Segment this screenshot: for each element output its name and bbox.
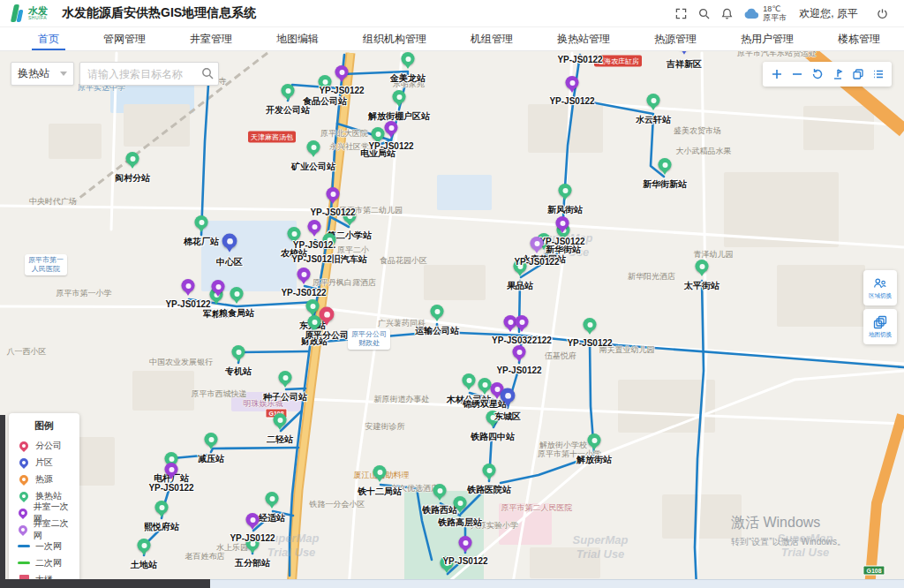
marker-label: 棉花厂站 [184,236,219,248]
map-marker-铁路西站[interactable] [433,484,447,502]
welcome-text: 欢迎您, 原平 [799,6,858,21]
nav-item-热源管理[interactable]: 热源管理 [632,27,719,50]
map-canvas[interactable]: G108G108原平实达中学妙祥寺东明家苑原平市汽车东站货运处盛美农贸市场大小武… [0,51,904,588]
map-marker-种子公司站[interactable] [278,371,292,389]
map-marker-YP-JS0122[interactable] [458,536,472,554]
map-marker-YP-JS0122[interactable] [530,237,544,255]
nav-item-热用户管理[interactable]: 热用户管理 [719,27,816,50]
map-marker-YP-JS0122[interactable] [181,279,195,298]
marker-label: YP-JS0122 [319,86,364,95]
map-marker-专机站[interactable] [231,345,245,364]
marker-label: 果品站 [507,280,533,292]
map-marker-太平街站[interactable] [695,260,709,278]
map-marker-东城区[interactable] [500,388,516,409]
road-shield: G108 [863,566,885,576]
map-marker-YP-JS0122[interactable] [565,76,579,94]
marker-label: 东城区 [494,411,521,423]
basemap-poi-label: 原平北大医院 [320,128,368,139]
map-marker-木材公司站[interactable] [462,373,476,392]
logout-power-icon[interactable] [870,4,893,23]
marker-label: 土地站 [131,559,157,571]
map-marker-YP-JS0122[interactable] [326,187,340,206]
map-marker-铁路医院站[interactable] [482,464,496,482]
marker-label: 五分部站 [235,557,270,569]
map-marker-YP-JS0122[interactable] [384,121,398,139]
map-marker-铁十二局站[interactable] [373,465,387,484]
marker-label: YP-JS0122 [567,338,612,348]
map-marker-熙悦府站[interactable] [154,501,169,519]
map-marker-YP-JS0122[interactable] [512,345,526,364]
basemap-poi-label: 食品花园小区 [380,255,427,267]
nav-item-机组管理[interactable]: 机组管理 [448,27,535,50]
notification-bell-icon[interactable] [715,4,738,23]
nav-item-管网管理[interactable]: 管网管理 [81,27,168,50]
map-marker-YP-JS0322122[interactable] [515,315,529,334]
basemap-poi-label: 原平市第一小学 [56,288,112,299]
basemap-poi-label: 铁路一分会小区 [310,499,365,510]
marker-label: YP-JS0122 [442,556,487,566]
marker-label: 经适站 [259,512,285,524]
search-input[interactable] [79,62,219,86]
marker-label: 粮食局站 [219,307,254,320]
map-switch-button[interactable]: 地图切换 [863,309,897,344]
basemap-poi-card-label: 原平分公司财政处 [348,328,390,350]
nav-item-楼栋管理[interactable]: 楼栋管理 [816,27,902,50]
marker-label: YP-JS0122 [549,96,594,106]
map-marker-减压站[interactable] [204,433,218,451]
map-marker-YP-JS0122[interactable] [555,216,569,235]
basemap-poi-label: 青泽幼儿园 [694,249,734,260]
map-marker-解放街站[interactable] [587,433,601,452]
region-switch-button[interactable]: 区域切换 [863,270,897,305]
category-select[interactable]: 换热站 [11,62,74,86]
map-marker-YP-JS0122[interactable] [297,268,311,286]
basemap-poi-label: 新华阳光酒店 [628,271,675,283]
map-marker-经适站[interactable] [265,492,279,510]
map-marker-矿业公司站[interactable] [306,140,320,159]
map-marker-运输公司站[interactable] [430,305,444,323]
basemap-poi-label: 大小武精品水果 [676,146,732,157]
map-marker-YP-JS0122[interactable] [573,51,587,53]
search-submit-icon[interactable] [201,67,214,83]
map-marker-开发公司站[interactable] [281,84,295,102]
map-marker-土地站[interactable] [137,539,151,557]
map-marker-YP-JS0122[interactable] [335,65,349,84]
nav-item-地图编辑[interactable]: 地图编辑 [254,27,341,50]
map-marker-解放街棚户区站[interactable] [392,90,406,109]
map-marker-铁路高层站[interactable] [453,496,467,515]
map-marker-新风街站[interactable] [558,184,572,202]
measure-button[interactable] [827,64,848,85]
nav-item-井室管理[interactable]: 井室管理 [168,27,254,50]
marker-label: 阎村分站 [115,172,150,185]
map-marker-中心区[interactable] [222,233,237,254]
nav-item-首页[interactable]: 首页 [16,27,81,50]
screen-edge-bottom [0,579,210,588]
legend-list-button[interactable] [868,64,888,85]
map-marker-YP-JS0122[interactable] [164,463,178,481]
map-marker-YP-JS0122[interactable] [583,318,597,336]
nav-item-换热站管理[interactable]: 换热站管理 [535,27,632,50]
map-marker-水云轩站[interactable] [646,94,660,112]
map-marker-二轻站[interactable] [273,413,287,432]
map-marker-棉花厂站[interactable] [194,215,208,234]
marker-label: 运输公司站 [415,325,459,337]
fullscreen-icon[interactable] [669,4,692,23]
map-marker-YP-JS0122[interactable] [245,513,260,531]
reset-view-button[interactable] [807,64,827,85]
map-marker-原平分公司[interactable] [319,306,335,328]
legend-pin-icon [17,509,29,517]
marker-label: 铁十二局站 [358,486,402,498]
map-marker-金美龙站[interactable] [401,52,415,71]
zoom-out-button[interactable] [787,64,807,85]
map-marker-新华街新站[interactable] [658,158,672,177]
map-marker-粮食局站[interactable] [230,287,244,305]
marker-label: 中心区 [216,256,243,268]
layers-button[interactable] [848,64,868,85]
zoom-in-button[interactable] [766,64,787,85]
search-icon[interactable] [692,4,715,23]
nav-item-组织机构管理[interactable]: 组织机构管理 [341,27,448,50]
map-marker-阎村分站[interactable] [125,152,139,170]
map-marker-well1[interactable] [211,280,225,298]
map-marker-吉祥新区[interactable] [676,51,692,57]
legend-item-label: 片区 [35,456,53,469]
map-marker-YP-JS012.[interactable] [307,220,321,238]
